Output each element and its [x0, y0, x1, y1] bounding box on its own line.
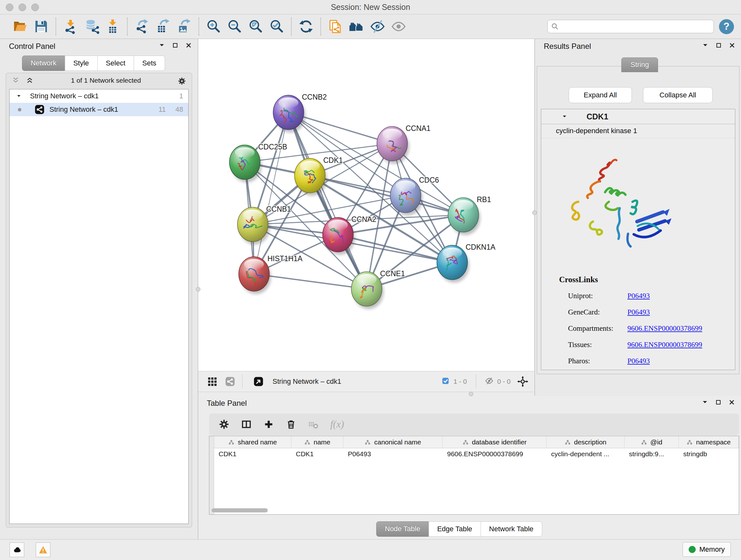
node-label-cdkn1a: CDKN1A	[466, 243, 495, 251]
network-options-button[interactable]	[178, 76, 186, 84]
results-panel-menu-button[interactable]	[702, 42, 710, 50]
pan-tool-button[interactable]	[516, 374, 530, 388]
control-panel-menu-button[interactable]	[158, 42, 166, 50]
cloud-icon	[12, 545, 22, 555]
zoom-selected-button[interactable]	[267, 17, 286, 37]
birdseye-view-button[interactable]	[252, 374, 266, 388]
import-table-file-button[interactable]	[104, 17, 122, 37]
column-header-id[interactable]: @id	[624, 436, 679, 448]
network-node-ccnb1[interactable]: CCNB1	[238, 205, 291, 245]
tab-string[interactable]: String	[621, 57, 658, 72]
table-header-row: shared namenamecanonical namedatabase id…	[214, 436, 739, 448]
crosslink-link[interactable]: P06493	[627, 308, 650, 316]
cloud-button[interactable]	[10, 543, 24, 557]
table-horizontal-scrollbar[interactable]	[212, 508, 268, 512]
string-style-button[interactable]	[223, 374, 237, 388]
show-all-button[interactable]	[389, 17, 408, 37]
minimize-window-button[interactable]	[18, 3, 26, 11]
search-input[interactable]	[559, 22, 711, 31]
delete-table-button[interactable]	[308, 419, 319, 430]
bottom-splitter-handle[interactable]	[469, 392, 473, 396]
crosslink-link[interactable]: 9606.ENSP00000378699	[627, 341, 702, 349]
function-builder-button[interactable]: f(x)	[330, 419, 344, 430]
column-header-description[interactable]: description	[547, 436, 624, 448]
network-node-ccnb2[interactable]: CCNB2	[273, 93, 327, 132]
network-graph[interactable]: CCNB2CCNA1CDC25BCDK1CDC6RB1CCNB1CCNA2CDK…	[198, 39, 534, 371]
network-node-rb1[interactable]: RB1	[448, 195, 491, 235]
network-node-hist1h1a[interactable]: HIST1H1A	[239, 254, 303, 294]
grid-view-button[interactable]	[205, 374, 219, 388]
network-collection-row[interactable]: String Network – cdk11	[10, 89, 188, 103]
import-network-database-button[interactable]	[82, 17, 101, 37]
network-label: String Network – cdk1	[50, 105, 118, 114]
export-network-button[interactable]	[133, 17, 151, 37]
tab-sets[interactable]: Sets	[134, 56, 165, 71]
crosslink-link[interactable]: P06493	[627, 292, 650, 300]
close-window-button[interactable]	[6, 3, 13, 11]
crosslink-link[interactable]: P06493	[627, 357, 650, 365]
table-panel-menu-button[interactable]	[701, 399, 710, 407]
right-splitter-handle[interactable]	[532, 210, 537, 215]
zoom-fit-button[interactable]	[246, 17, 265, 37]
tab-node-table[interactable]: Node Table	[376, 521, 429, 537]
export-image-button[interactable]	[175, 17, 193, 37]
network-node-ccna2[interactable]: CCNA2	[323, 215, 376, 255]
float-window-icon	[715, 42, 722, 49]
warnings-button[interactable]	[36, 543, 51, 557]
network-row-selected[interactable]: String Network – cdk11148	[10, 103, 188, 116]
table-row[interactable]: CDK1CDK1P064939606.ENSP00000378699cyclin…	[214, 448, 739, 460]
control-panel-float-button[interactable]	[172, 42, 180, 50]
left-splitter-handle[interactable]	[196, 287, 200, 292]
open-session-button[interactable]	[11, 17, 29, 37]
table-panel-float-button[interactable]	[715, 399, 723, 407]
cell: CDK1	[291, 448, 343, 460]
expand-all-networks-button[interactable]	[26, 76, 34, 84]
collapse-all-networks-button[interactable]	[12, 76, 20, 84]
control-panel-tabs: NetworkStyleSelectSets	[22, 56, 165, 71]
network-node-cdc6[interactable]: CDC6	[390, 176, 439, 215]
save-session-button[interactable]	[32, 17, 51, 37]
import-network-file-button[interactable]	[61, 17, 80, 37]
protein-card-expander[interactable]	[562, 114, 568, 119]
expand-all-button[interactable]: Expand All	[569, 87, 632, 103]
collapse-all-button[interactable]: Collapse All	[643, 87, 713, 103]
zoom-out-button[interactable]	[225, 17, 244, 37]
delete-column-button[interactable]	[286, 419, 296, 430]
tab-network-table[interactable]: Network Table	[481, 521, 542, 537]
zoom-in-button[interactable]	[204, 17, 223, 37]
results-panel-float-button[interactable]	[715, 42, 724, 50]
duplicate-network-button[interactable]	[326, 17, 345, 37]
add-column-button[interactable]	[263, 419, 274, 430]
tab-edge-table[interactable]: Edge Table	[428, 521, 481, 537]
refresh-button[interactable]	[297, 17, 315, 37]
column-header-name[interactable]: name	[291, 436, 343, 448]
control-panel-close-button[interactable]	[185, 42, 193, 50]
column-header-shared-name[interactable]: shared name	[214, 436, 291, 448]
column-header-namespace[interactable]: namespace	[679, 436, 739, 448]
network-canvas[interactable]: CCNB2CCNA1CDC25BCDK1CDC6RB1CCNB1CCNA2CDK…	[198, 39, 534, 371]
network-node-cdkn1a[interactable]: CDKN1A	[437, 243, 495, 283]
selection-checkbox[interactable]	[441, 377, 450, 386]
column-header-canonical-name[interactable]: canonical name	[343, 436, 443, 448]
tab-network[interactable]: Network	[22, 56, 65, 71]
show-all-icon	[391, 19, 406, 34]
results-panel-close-button[interactable]	[729, 42, 737, 50]
apply-layout-button[interactable]	[347, 17, 366, 37]
export-table-button[interactable]	[154, 17, 172, 37]
column-header-database-identifier[interactable]: database identifier	[443, 436, 547, 448]
tab-style[interactable]: Style	[65, 56, 98, 71]
tree-expander[interactable]	[16, 93, 22, 99]
table-panel-close-button[interactable]	[728, 399, 737, 407]
zoom-window-button[interactable]	[31, 3, 39, 11]
help-button[interactable]: ?	[719, 19, 734, 34]
memory-button[interactable]: Memory	[683, 542, 731, 557]
tab-select[interactable]: Select	[97, 56, 134, 71]
crosslink-label: Uniprot:	[568, 292, 627, 300]
crosslink-link[interactable]: 9606.ENSP00000378699	[627, 324, 702, 333]
hide-selected-button[interactable]	[368, 17, 387, 37]
node-table[interactable]: shared namenamecanonical namedatabase id…	[209, 436, 739, 515]
settings-gear-button[interactable]	[219, 419, 229, 430]
network-node-ccne1[interactable]: CCNE1	[351, 269, 405, 309]
network-node-ccna1[interactable]: CCNA1	[377, 124, 430, 164]
split-columns-button[interactable]	[241, 419, 252, 430]
